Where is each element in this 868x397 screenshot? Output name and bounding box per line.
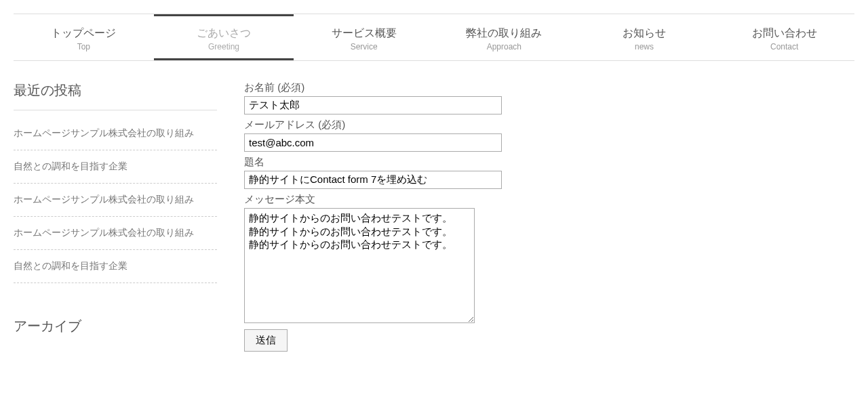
email-label: メールアドレス (必須) bbox=[244, 119, 854, 131]
nav-item-approach[interactable]: 弊社の取り組みApproach bbox=[434, 14, 574, 60]
nav-item-greeting[interactable]: ごあいさつGreeting bbox=[154, 14, 294, 60]
subject-input[interactable] bbox=[244, 171, 502, 189]
post-item[interactable]: 自然との調和を目指す企業 bbox=[14, 150, 217, 184]
name-input[interactable] bbox=[244, 96, 502, 114]
post-item[interactable]: ホームページサンプル株式会社の取り組み bbox=[14, 184, 217, 217]
recent-posts-title: 最近の投稿 bbox=[14, 81, 217, 110]
nav-sub: Greeting bbox=[154, 42, 294, 51]
submit-button[interactable]: 送信 bbox=[244, 329, 288, 352]
nav-sub: Service bbox=[294, 42, 434, 51]
nav-item-contact[interactable]: お問い合わせContact bbox=[714, 14, 854, 60]
recent-posts-list: ホームページサンプル株式会社の取り組み自然との調和を目指す企業ホームページサンプ… bbox=[14, 117, 217, 283]
sidebar: 最近の投稿 ホームページサンプル株式会社の取り組み自然との調和を目指す企業ホーム… bbox=[14, 81, 237, 352]
post-item[interactable]: 自然との調和を目指す企業 bbox=[14, 250, 217, 283]
nav-sub: Contact bbox=[714, 42, 854, 51]
post-item[interactable]: ホームページサンプル株式会社の取り組み bbox=[14, 117, 217, 150]
message-textarea[interactable] bbox=[244, 208, 475, 323]
nav-label: お問い合わせ bbox=[714, 26, 854, 41]
message-label: メッセージ本文 bbox=[244, 193, 854, 206]
archive-title: アーカイブ bbox=[14, 317, 217, 335]
nav-sub: Approach bbox=[434, 42, 574, 51]
nav-item-top[interactable]: トップページTop bbox=[14, 14, 154, 60]
post-item[interactable]: ホームページサンプル株式会社の取り組み bbox=[14, 217, 217, 250]
email-input[interactable] bbox=[244, 133, 502, 152]
name-label: お名前 (必須) bbox=[244, 81, 854, 94]
nav-sub: news bbox=[574, 42, 715, 51]
nav-sub: Top bbox=[14, 42, 154, 51]
nav-label: サービス概要 bbox=[294, 26, 434, 41]
nav-item-service[interactable]: サービス概要Service bbox=[294, 14, 434, 60]
nav-label: お知らせ bbox=[574, 26, 715, 41]
main-nav: トップページTopごあいさつGreetingサービス概要Service弊社の取り… bbox=[14, 14, 854, 61]
nav-label: トップページ bbox=[14, 26, 154, 41]
subject-label: 題名 bbox=[244, 156, 854, 169]
nav-item-news[interactable]: お知らせnews bbox=[574, 14, 715, 60]
nav-label: ごあいさつ bbox=[154, 26, 294, 41]
contact-form: お名前 (必須) メールアドレス (必須) 題名 メッセージ本文 送信 bbox=[237, 81, 854, 352]
nav-label: 弊社の取り組み bbox=[434, 26, 574, 41]
